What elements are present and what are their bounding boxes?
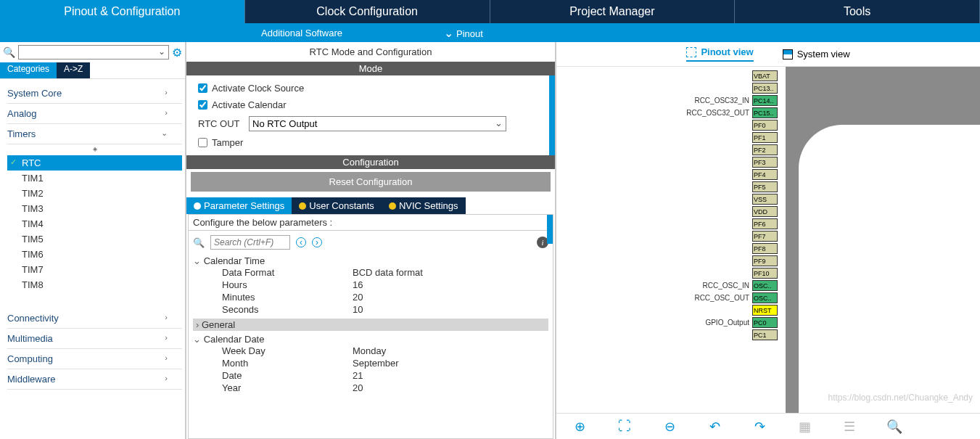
- zoom-in-icon[interactable]: ⊕: [571, 419, 588, 435]
- category-search-combo[interactable]: [18, 45, 169, 60]
- param-search-input[interactable]: [210, 235, 290, 250]
- pin-row[interactable]: PF6: [672, 218, 778, 230]
- pin-box[interactable]: PF10: [752, 268, 778, 279]
- tab-pinout-config[interactable]: Pinout & Configuration: [0, 0, 245, 23]
- search-icon[interactable]: 🔍: [3, 46, 15, 58]
- param-row[interactable]: Seconds10: [193, 303, 548, 316]
- section-computing[interactable]: Computing›: [7, 349, 182, 369]
- pinout-canvas[interactable]: VBATPC13..RCC_OSC32_INPC14..RCC_OSC32_OU…: [556, 67, 980, 413]
- pin-row[interactable]: PF9: [672, 255, 778, 267]
- tab-user-constants[interactable]: User Constants: [292, 197, 382, 214]
- pin-box[interactable]: PF3: [752, 157, 778, 168]
- pin-row[interactable]: PF7: [672, 230, 778, 242]
- pin-row[interactable]: RCC_OSC32_OUTPC15..: [672, 107, 778, 119]
- tree-item-tim6[interactable]: TIM6: [7, 247, 182, 262]
- rotate-cw-icon[interactable]: ↷: [751, 419, 768, 435]
- pin-box[interactable]: PF9: [752, 255, 778, 266]
- search-pin-icon[interactable]: 🔍: [886, 419, 903, 435]
- tree-item-rtc[interactable]: RTC: [7, 155, 182, 171]
- pin-box[interactable]: PF5: [752, 181, 778, 192]
- group-calendar-date[interactable]: Calendar Date: [193, 334, 548, 345]
- next-icon[interactable]: ›: [312, 237, 322, 247]
- tab-project-manager[interactable]: Project Manager: [490, 0, 736, 23]
- pin-row[interactable]: NRST: [672, 304, 778, 316]
- section-multimedia[interactable]: Multimedia›: [7, 329, 182, 349]
- param-row[interactable]: Date21: [193, 369, 548, 382]
- tab-clock-config[interactable]: Clock Configuration: [245, 0, 490, 23]
- tree-item-tim4[interactable]: TIM4: [7, 216, 182, 231]
- select-rtc-out[interactable]: No RTC Output: [249, 116, 506, 131]
- grid-icon[interactable]: ▦: [796, 419, 813, 435]
- tab-tools[interactable]: Tools: [735, 0, 980, 23]
- pin-box[interactable]: PF4: [752, 169, 778, 180]
- pin-box[interactable]: VSS: [752, 194, 778, 205]
- pin-row[interactable]: VDD: [672, 205, 778, 218]
- pin-row[interactable]: VBAT: [672, 70, 778, 82]
- pin-row[interactable]: RCC_OSC_OUTOSC..: [672, 292, 778, 304]
- prev-icon[interactable]: ‹: [296, 237, 306, 247]
- pin-row[interactable]: PF3: [672, 156, 778, 168]
- scrollbar[interactable]: [549, 75, 555, 155]
- tree-item-tim5[interactable]: TIM5: [7, 231, 182, 247]
- search-icon[interactable]: 🔍: [193, 237, 205, 248]
- section-system-core[interactable]: System Core›: [7, 83, 182, 104]
- checkbox-activate-clock[interactable]: [198, 83, 207, 93]
- list-icon[interactable]: ☰: [841, 419, 858, 435]
- pin-row[interactable]: GPIO_OutputPC0: [672, 316, 778, 329]
- group-calendar-time[interactable]: Calendar Time: [193, 255, 548, 266]
- tab-a-to-z[interactable]: A->Z: [57, 62, 90, 78]
- pin-row[interactable]: RCC_OSC32_INPC14..: [672, 94, 778, 107]
- fit-icon[interactable]: ⛶: [616, 419, 633, 434]
- pin-row[interactable]: VSS: [672, 193, 778, 205]
- tab-pinout-view[interactable]: Pinout view: [686, 46, 753, 62]
- tab-categories[interactable]: Categories: [0, 62, 57, 78]
- param-row[interactable]: Week DayMonday: [193, 345, 548, 357]
- pin-box[interactable]: OSC..: [752, 292, 778, 303]
- tree-item-tim2[interactable]: TIM2: [7, 186, 182, 201]
- pin-box[interactable]: OSC..: [752, 280, 778, 291]
- section-middleware[interactable]: Middleware›: [7, 369, 182, 390]
- pin-row[interactable]: PF4: [672, 168, 778, 181]
- param-row[interactable]: Minutes20: [193, 291, 548, 303]
- section-timers[interactable]: Timers⌄: [7, 124, 182, 144]
- tree-item-tim1[interactable]: TIM1: [7, 171, 182, 186]
- tree-item-tim8[interactable]: TIM8: [7, 277, 182, 292]
- tab-system-view[interactable]: System view: [783, 46, 850, 62]
- pin-row[interactable]: PF1: [672, 131, 778, 144]
- link-additional-software[interactable]: Additional Software: [261, 28, 342, 38]
- pin-row[interactable]: RCC_OSC_INOSC..: [672, 279, 778, 292]
- param-row[interactable]: Data FormatBCD data format: [193, 266, 548, 279]
- pin-box[interactable]: VDD: [752, 206, 778, 217]
- group-general[interactable]: General: [193, 319, 548, 331]
- scrollbar[interactable]: [547, 215, 553, 244]
- section-connectivity[interactable]: Connectivity›: [7, 308, 182, 329]
- pin-row[interactable]: PF8: [672, 242, 778, 255]
- param-row[interactable]: Hours16: [193, 279, 548, 291]
- gear-icon[interactable]: ⚙: [172, 46, 182, 60]
- pin-box[interactable]: NRST: [752, 305, 778, 316]
- pin-box[interactable]: PC1: [752, 329, 778, 340]
- zoom-out-icon[interactable]: ⊖: [661, 419, 678, 435]
- pin-box[interactable]: PC14..: [752, 95, 778, 106]
- pin-row[interactable]: PF10: [672, 267, 778, 279]
- reset-button[interactable]: Reset Configuration: [191, 172, 551, 192]
- drag-handle-icon[interactable]: ◈: [7, 144, 182, 154]
- pin-box[interactable]: PF0: [752, 120, 778, 131]
- section-analog[interactable]: Analog›: [7, 104, 182, 124]
- pin-row[interactable]: PC13..: [672, 82, 778, 94]
- pin-box[interactable]: PF8: [752, 243, 778, 254]
- pin-box[interactable]: PF2: [752, 144, 778, 155]
- rotate-ccw-icon[interactable]: ↶: [706, 419, 723, 435]
- pin-row[interactable]: PC1: [672, 329, 778, 341]
- pin-box[interactable]: PF1: [752, 132, 778, 143]
- pin-box[interactable]: VBAT: [752, 70, 778, 81]
- checkbox-tamper[interactable]: [198, 138, 207, 147]
- tree-item-tim3[interactable]: TIM3: [7, 201, 182, 216]
- tree-item-tim7[interactable]: TIM7: [7, 262, 182, 277]
- pin-box[interactable]: PF6: [752, 218, 778, 229]
- tab-parameter-settings[interactable]: Parameter Settings: [186, 197, 292, 214]
- pin-box[interactable]: PC13..: [752, 83, 778, 94]
- tab-nvic-settings[interactable]: NVIC Settings: [382, 197, 466, 214]
- pin-row[interactable]: PF5: [672, 181, 778, 193]
- param-row[interactable]: MonthSeptember: [193, 357, 548, 369]
